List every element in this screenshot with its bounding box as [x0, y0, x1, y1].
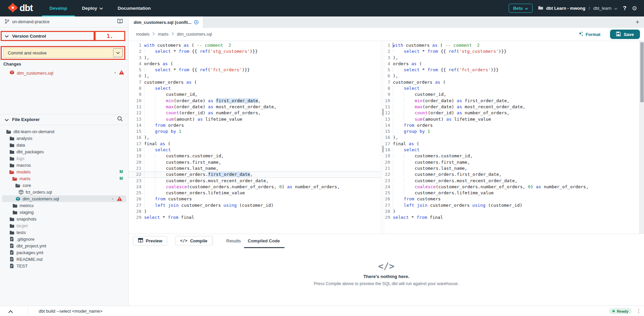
tree-item[interactable]: macros — [0, 162, 128, 168]
code-line[interactable]: customer_orders.first_order_date, — [393, 171, 588, 177]
changed-file-row[interactable]: dim_customers.sql · — [0, 69, 128, 77]
code-line[interactable]: from orders — [393, 122, 588, 128]
compile-button[interactable]: </> Compile — [175, 236, 212, 245]
tree-item[interactable]: analysis — [0, 135, 128, 142]
commit-and-resolve-button[interactable]: Commit and resolve — [3, 48, 123, 58]
code-line[interactable]: orders as ( — [393, 61, 588, 67]
tree-item[interactable]: martsM — [0, 175, 128, 182]
search-icon[interactable] — [117, 116, 123, 123]
code-line[interactable]: from customers — [393, 196, 588, 202]
code-line[interactable]: customer_orders as ( — [393, 79, 588, 85]
command-input[interactable]: dbt build --select <model_name> — [39, 309, 102, 314]
code-line[interactable]: customers.first_name, — [144, 159, 340, 165]
chevron-up-icon[interactable] — [8, 309, 13, 315]
code-line[interactable]: customers.last_name, — [393, 165, 588, 171]
tree-item[interactable]: metrics — [0, 202, 128, 209]
commit-dropdown-caret[interactable] — [113, 48, 123, 57]
code-line[interactable]: select * from {{ ref('stg_customers')}} — [144, 48, 340, 54]
code-line[interactable]: select — [393, 147, 588, 153]
tree-item[interactable]: data — [0, 142, 128, 148]
tab-results[interactable]: Results — [226, 238, 241, 243]
code-line[interactable]: from customers — [144, 196, 340, 202]
tree-item[interactable]: TEST — [0, 263, 128, 269]
project-switcher[interactable]: dbt Learn - mwong / dbt_learn — [538, 6, 617, 11]
code-line[interactable]: coalesce(customer_orders.number_of_order… — [144, 184, 340, 190]
code-line[interactable]: customer_orders.first_order_date, — [144, 171, 340, 177]
docs-book-icon[interactable] — [117, 19, 123, 25]
file-explorer-header[interactable]: File Explorer — [0, 114, 128, 125]
tree-item[interactable]: core — [0, 182, 128, 189]
code-line[interactable]: from orders — [144, 122, 340, 128]
code-line[interactable]: with customers as ( -- comment 2 — [393, 42, 588, 48]
code-line[interactable]: orders as ( — [144, 61, 340, 67]
tree-item[interactable]: packages.yml — [0, 249, 128, 256]
nav-item-deploy[interactable]: Deploy — [75, 0, 110, 16]
code-line[interactable]: customer_orders.most_recent_order_date, — [144, 178, 340, 184]
save-button[interactable]: Save — [610, 30, 640, 39]
code-line[interactable]: coalesce(customer_orders.number_of_order… — [393, 184, 588, 190]
right-editor-scrollbar[interactable] — [639, 41, 644, 234]
code-line[interactable]: max(order_date) as most_recent_order_dat… — [144, 104, 340, 110]
nav-item-documentation[interactable]: Documentation — [110, 0, 158, 16]
beta-button[interactable]: Beta — [509, 4, 533, 13]
code-line[interactable]: customers.customer_id, — [144, 153, 340, 159]
tree-item[interactable]: README.md — [0, 256, 128, 263]
code-line[interactable]: ), — [393, 55, 588, 61]
code-line[interactable]: min(order_date) as first_order_date, — [393, 98, 588, 104]
code-column[interactable]: with customers as ( -- comment 2 select … — [144, 42, 340, 234]
tree-item[interactable]: dbt_packages — [0, 148, 128, 155]
code-line[interactable]: count(order_id) as number_of_orders, — [144, 110, 340, 116]
editor-pane-left[interactable]: 1234567891011121314151617181920212223242… — [129, 41, 381, 234]
code-line[interactable]: final as ( — [393, 141, 588, 147]
code-line[interactable]: select — [144, 147, 340, 153]
code-line[interactable]: group by 1 — [144, 128, 340, 134]
code-line[interactable]: ), — [144, 134, 340, 141]
editor-pane-right[interactable]: 1234567891011121314151617181920212223242… — [384, 41, 633, 234]
tree-item[interactable]: fct_orders.sql — [0, 189, 128, 195]
code-line[interactable]: customer_orders.lifetime_value — [144, 190, 340, 196]
code-line[interactable]: customers.first_name, — [393, 159, 588, 165]
code-line[interactable]: ), — [393, 73, 588, 79]
code-line[interactable]: ), — [144, 55, 340, 61]
tree-item[interactable]: dbt-learn-on-demand — [0, 128, 128, 135]
tree-item[interactable]: tests — [0, 229, 128, 236]
code-line[interactable]: customer_id, — [393, 91, 588, 97]
nav-item-develop[interactable]: Develop — [42, 0, 75, 16]
tree-item[interactable]: logs — [0, 155, 128, 162]
tab-compiled-code[interactable]: Compiled Code — [248, 238, 280, 243]
tree-item[interactable]: dim_customers.sql· — [2, 195, 126, 202]
code-line[interactable]: select * from {{ ref('fct_orders')}} — [144, 67, 340, 73]
code-line[interactable]: ), — [144, 73, 340, 79]
code-line[interactable]: count(order_id) as number_of_orders, — [393, 110, 588, 116]
code-line[interactable]: with customers as ( -- comment 2 — [144, 42, 340, 48]
code-line[interactable]: final as ( — [144, 141, 340, 147]
breadcrumb-models[interactable]: models — [136, 32, 149, 37]
help-icon[interactable]: ? — [623, 5, 626, 12]
add-tab-button[interactable]: + — [636, 19, 639, 25]
code-line[interactable]: customer_id, — [144, 91, 340, 97]
code-line[interactable]: left join customer_orders using (custome… — [393, 202, 588, 208]
tree-item[interactable]: modelsM — [0, 168, 128, 175]
format-button[interactable]: Format — [578, 31, 601, 38]
code-line[interactable]: sum(amount) as lifetime_value — [144, 116, 340, 122]
code-line[interactable]: group by 1 — [393, 128, 588, 134]
code-line[interactable]: left join customer_orders using (custome… — [144, 202, 340, 208]
code-line[interactable]: ) — [144, 208, 340, 214]
code-line[interactable]: customer_orders.most_recent_order_date, — [393, 178, 588, 184]
tree-item[interactable]: snapshots — [0, 215, 128, 222]
code-column[interactable]: with customers as ( -- comment 2 select … — [393, 42, 588, 234]
code-line[interactable]: select * from {{ ref('fct_orders')}} — [393, 67, 588, 73]
code-line[interactable]: customers.customer_id, — [393, 153, 588, 159]
tree-item[interactable]: target — [0, 222, 128, 229]
code-line[interactable]: select * from {{ ref('stg_customers')}} — [393, 48, 588, 54]
code-line[interactable]: select * from final — [144, 214, 340, 221]
kebab-menu-icon[interactable]: ⋮ — [636, 308, 641, 314]
tree-item[interactable]: staging — [0, 209, 128, 215]
code-line[interactable]: ) — [393, 208, 588, 214]
left-editor-scrollbar[interactable] — [381, 41, 384, 234]
code-line[interactable]: max(order_date) as most_recent_order_dat… — [393, 104, 588, 110]
branch-row[interactable]: on-demand-practice — [0, 16, 128, 28]
code-line[interactable]: min(order_date) as first_order_date, — [144, 98, 340, 104]
preview-button[interactable]: Preview — [133, 236, 167, 245]
scrollbar-thumb[interactable] — [640, 42, 644, 102]
